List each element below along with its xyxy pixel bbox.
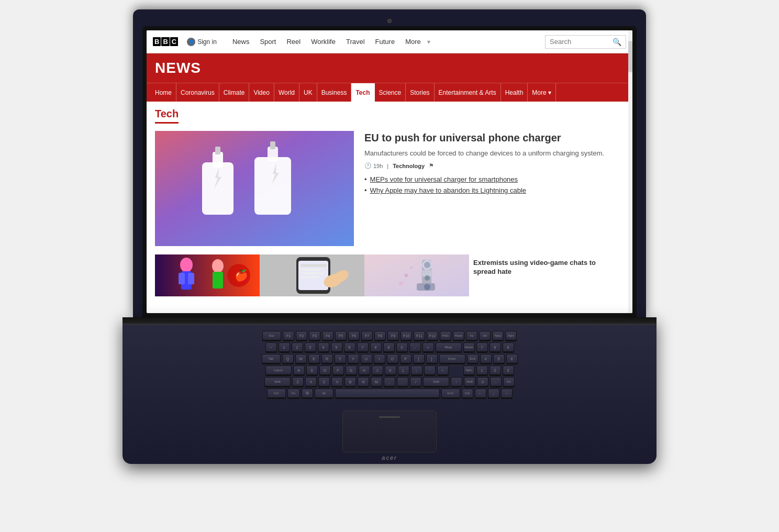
- key-rshift2[interactable]: Shift: [464, 377, 475, 386]
- key-y[interactable]: Y: [348, 354, 359, 363]
- nav-uk[interactable]: UK: [299, 83, 317, 102]
- key-u[interactable]: U: [361, 354, 372, 363]
- scrollbar[interactable]: [628, 30, 632, 313]
- key-f11[interactable]: F11: [414, 331, 425, 340]
- key-3[interactable]: 3: [305, 342, 316, 352]
- nav-tech[interactable]: Tech: [351, 83, 374, 102]
- touchpad[interactable]: [342, 411, 437, 452]
- key-tilde[interactable]: ~: [265, 342, 277, 352]
- key-pause[interactable]: Pause: [453, 331, 464, 340]
- nav-home[interactable]: Home: [151, 83, 176, 102]
- key-5[interactable]: 5: [331, 342, 342, 352]
- key-tab[interactable]: Tab: [262, 354, 281, 363]
- key-f3[interactable]: F3: [309, 331, 320, 340]
- key-downarrow[interactable]: ↓: [488, 389, 499, 398]
- key-i[interactable]: I: [374, 354, 385, 363]
- key-ins[interactable]: Ins: [466, 331, 477, 340]
- key-1[interactable]: 1: [279, 342, 290, 352]
- key-p[interactable]: P: [400, 354, 411, 363]
- key-d[interactable]: D: [319, 365, 331, 375]
- key-b[interactable]: B: [344, 377, 356, 386]
- key-home[interactable]: Home: [463, 342, 475, 352]
- key-backspace[interactable]: Bksp: [436, 342, 462, 352]
- key-ctrl2[interactable]: Ctrl: [462, 389, 473, 398]
- key-backslash[interactable]: \: [437, 365, 449, 375]
- key-equals[interactable]: =: [422, 342, 434, 352]
- story-tag[interactable]: Technology: [393, 163, 425, 169]
- key-lshift[interactable]: Shift: [264, 377, 291, 386]
- key-win[interactable]: ⊞: [302, 389, 313, 398]
- key-num9[interactable]: 9: [503, 342, 514, 352]
- key-num4[interactable]: 4: [480, 354, 492, 363]
- key-capslock[interactable]: CapsLk: [265, 365, 292, 375]
- main-story-title[interactable]: EU to push for universal phone charger: [364, 131, 624, 145]
- key-pgdn2[interactable]: PgDn: [463, 365, 475, 375]
- key-0[interactable]: 0: [396, 342, 408, 352]
- key-numenter[interactable]: Ent: [503, 377, 515, 386]
- key-o[interactable]: O: [387, 354, 398, 363]
- key-enter[interactable]: Enter: [439, 354, 465, 363]
- key-m[interactable]: M: [371, 377, 382, 386]
- nav-science[interactable]: Science: [375, 83, 406, 102]
- sign-in-button[interactable]: 👤 Sign in: [187, 38, 217, 46]
- key-g[interactable]: G: [346, 365, 357, 375]
- key-c[interactable]: C: [318, 377, 330, 386]
- search-input[interactable]: [550, 38, 613, 46]
- key-num0[interactable]: 0: [477, 377, 488, 386]
- key-num3[interactable]: 3: [503, 365, 514, 375]
- key-minus[interactable]: -: [409, 342, 421, 352]
- key-rightarrow[interactable]: →: [501, 389, 513, 398]
- key-num5[interactable]: 5: [493, 354, 505, 363]
- top-nav-worklife[interactable]: Worklife: [306, 30, 341, 53]
- key-r[interactable]: R: [321, 354, 333, 363]
- key-esc[interactable]: Esc: [262, 331, 281, 340]
- key-v[interactable]: V: [331, 377, 343, 386]
- story-card-phone[interactable]: [260, 254, 364, 296]
- key-s[interactable]: S: [306, 365, 318, 375]
- key-num7[interactable]: 7: [476, 342, 488, 352]
- top-nav-more[interactable]: More: [400, 30, 426, 53]
- key-f10[interactable]: F10: [400, 331, 412, 340]
- key-9[interactable]: 9: [383, 342, 395, 352]
- key-quote[interactable]: ': [424, 365, 436, 375]
- bullet-2-text[interactable]: Why Apple may have to abandon its Lightn…: [370, 186, 526, 194]
- key-lbracket[interactable]: [: [413, 354, 425, 363]
- key-numdot[interactable]: .: [490, 377, 502, 386]
- key-t[interactable]: T: [335, 354, 346, 363]
- key-8[interactable]: 8: [370, 342, 382, 352]
- key-7[interactable]: 7: [357, 342, 369, 352]
- nav-stories[interactable]: Stories: [406, 83, 434, 102]
- nav-entertainment[interactable]: Entertainment & Arts: [435, 83, 501, 102]
- key-period[interactable]: .: [397, 377, 408, 386]
- key-prtsc[interactable]: PrtSc: [440, 331, 451, 340]
- key-h[interactable]: H: [359, 365, 370, 375]
- key-comma[interactable]: ,: [384, 377, 395, 386]
- key-del[interactable]: Del: [479, 331, 491, 340]
- key-e[interactable]: E: [308, 354, 320, 363]
- key-f9[interactable]: F9: [387, 331, 399, 340]
- key-f7[interactable]: F7: [361, 331, 373, 340]
- key-n[interactable]: N: [358, 377, 369, 386]
- key-slash[interactable]: /: [410, 377, 421, 386]
- nav-climate[interactable]: Climate: [219, 83, 250, 102]
- key-num2[interactable]: 2: [489, 365, 501, 375]
- key-l[interactable]: L: [398, 365, 409, 375]
- story-card-fortnite[interactable]: 🍎: [155, 254, 260, 296]
- key-w[interactable]: W: [295, 354, 307, 363]
- key-leftarrow[interactable]: ←: [475, 389, 486, 398]
- top-nav-travel[interactable]: Travel: [341, 30, 370, 53]
- key-rbracket[interactable]: ]: [426, 354, 438, 363]
- top-nav-sport[interactable]: Sport: [254, 30, 281, 53]
- key-altgr[interactable]: Alt Gr: [441, 389, 460, 398]
- share-icon[interactable]: ⚑: [429, 162, 434, 169]
- key-rshift[interactable]: Shift: [423, 377, 449, 386]
- nav-coronavirus[interactable]: Coronavirus: [176, 83, 219, 102]
- key-pgup[interactable]: PgUp: [492, 331, 504, 340]
- top-nav-news[interactable]: News: [227, 30, 255, 53]
- key-a[interactable]: A: [293, 365, 305, 375]
- story-card-robot[interactable]: [364, 254, 469, 296]
- key-f6[interactable]: F6: [348, 331, 360, 340]
- key-f5[interactable]: F5: [335, 331, 347, 340]
- key-6[interactable]: 6: [344, 342, 355, 352]
- key-f2[interactable]: F2: [296, 331, 307, 340]
